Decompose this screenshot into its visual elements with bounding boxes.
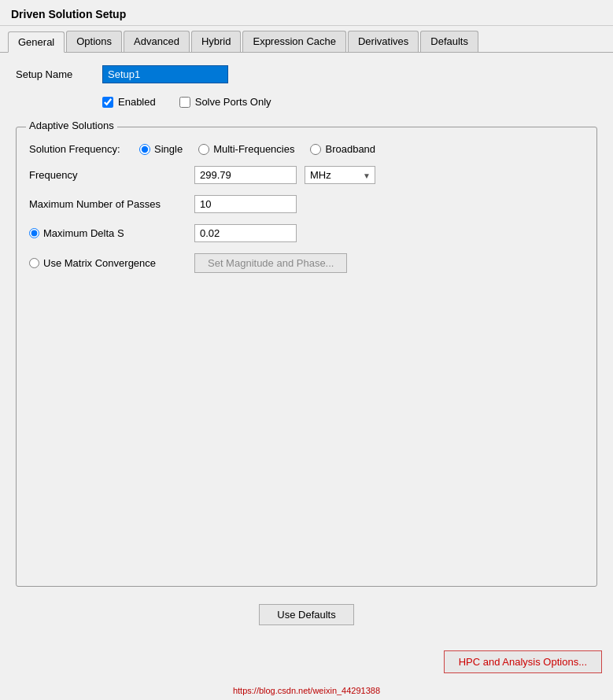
radio-multi-frequencies[interactable] [198, 144, 209, 155]
tab-defaults[interactable]: Defaults [420, 31, 478, 52]
radio-single-label-text: Single [154, 143, 183, 155]
solve-ports-only-checkbox-label[interactable]: Solve Ports Only [179, 96, 271, 108]
setup-name-row: Setup Name [16, 65, 597, 83]
frequency-input[interactable] [194, 166, 297, 184]
max-delta-s-label-text: Maximum Delta S [43, 227, 124, 239]
setup-name-label: Setup Name [16, 68, 87, 80]
tab-derivatives[interactable]: Derivatives [348, 31, 419, 52]
max-passes-input[interactable] [194, 195, 297, 213]
setup-name-input[interactable] [102, 65, 228, 83]
radio-broadband-label-text: Broadband [325, 143, 375, 155]
checkboxes-row: Enabled Solve Ports Only [102, 96, 597, 108]
tab-bar: General Options Advanced Hybrid Expressi… [0, 26, 613, 53]
frequency-row: Frequency MHz GHz kHz Hz [29, 166, 584, 184]
radio-matrix-convergence[interactable] [29, 258, 39, 268]
frequency-label: Frequency [29, 169, 186, 181]
tab-general[interactable]: General [8, 31, 65, 53]
frequency-unit-wrapper: MHz GHz kHz Hz [305, 166, 375, 184]
max-delta-s-row: Maximum Delta S [29, 224, 584, 242]
title-bar: Driven Solution Setup [0, 0, 613, 26]
tab-expression-cache[interactable]: Expression Cache [242, 31, 346, 52]
matrix-convergence-label-text: Use Matrix Convergence [43, 257, 156, 269]
solution-frequency-radio-group: Single Multi-Frequencies Broadband [139, 143, 375, 155]
watermark: https://blog.csdn.net/weixin_44291388 [0, 684, 613, 700]
solve-ports-only-checkbox[interactable] [179, 97, 190, 108]
enabled-checkbox-label[interactable]: Enabled [102, 96, 156, 108]
matrix-convergence-radio-label[interactable]: Use Matrix Convergence [29, 257, 186, 269]
radio-multi-freq-label-text: Multi-Frequencies [213, 143, 294, 155]
hpc-btn-row: HPC and Analysis Options... [0, 650, 613, 684]
radio-single-label[interactable]: Single [139, 143, 183, 155]
solve-ports-only-label: Solve Ports Only [195, 96, 271, 108]
matrix-convergence-row: Use Matrix Convergence Set Magnitude and… [29, 253, 584, 273]
enabled-label: Enabled [118, 96, 156, 108]
max-passes-label: Maximum Number of Passes [29, 198, 186, 210]
radio-broadband[interactable] [310, 144, 321, 155]
enabled-checkbox[interactable] [102, 97, 113, 108]
use-defaults-button[interactable]: Use Defaults [259, 604, 353, 625]
window-title: Driven Solution Setup [11, 8, 126, 20]
radio-multi-freq-label[interactable]: Multi-Frequencies [198, 143, 294, 155]
group-title: Adaptive Solutions [26, 120, 117, 131]
bottom-buttons-row: Use Defaults [16, 596, 597, 638]
tab-hybrid[interactable]: Hybrid [191, 31, 242, 52]
max-passes-row: Maximum Number of Passes [29, 195, 584, 213]
main-window: Driven Solution Setup General Options Ad… [0, 0, 613, 700]
max-delta-s-radio-label[interactable]: Maximum Delta S [29, 227, 186, 239]
radio-max-delta-s[interactable] [29, 228, 39, 238]
set-magnitude-phase-button[interactable]: Set Magnitude and Phase... [194, 253, 347, 273]
tab-advanced[interactable]: Advanced [124, 31, 190, 52]
max-delta-s-input[interactable] [194, 224, 297, 242]
adaptive-solutions-group: Adaptive Solutions Solution Frequency: S… [16, 127, 597, 587]
radio-single[interactable] [139, 144, 150, 155]
solution-frequency-row: Solution Frequency: Single Multi-Frequen… [29, 143, 584, 155]
tab-content: Setup Name Enabled Solve Ports Only Adap… [0, 53, 613, 650]
tab-options[interactable]: Options [66, 31, 122, 52]
solution-frequency-label: Solution Frequency: [29, 143, 131, 155]
frequency-unit-select[interactable]: MHz GHz kHz Hz [305, 166, 375, 184]
radio-broadband-label[interactable]: Broadband [310, 143, 375, 155]
hpc-analysis-options-button[interactable]: HPC and Analysis Options... [444, 650, 602, 673]
